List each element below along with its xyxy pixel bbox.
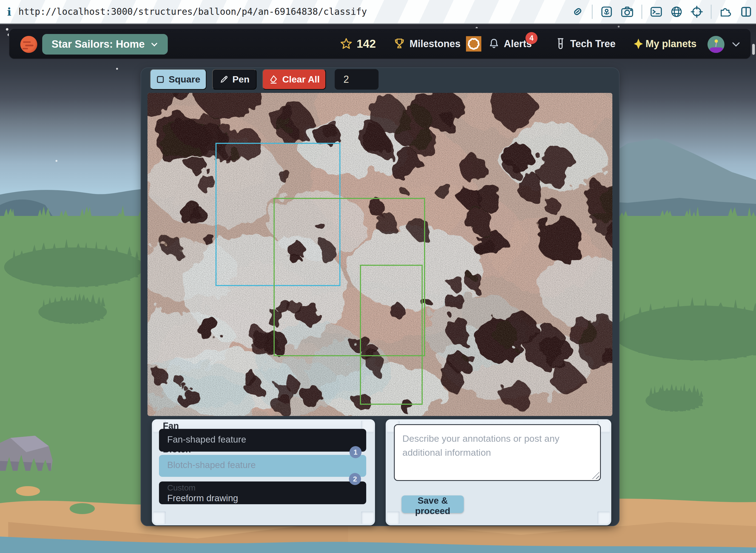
milestones-label: Milestones xyxy=(409,38,460,50)
category-blotch-description: Blotch-shaped feature xyxy=(167,460,256,470)
link-icon[interactable] xyxy=(572,5,584,18)
globe-icon[interactable] xyxy=(670,5,683,18)
pen-tool-label: Pen xyxy=(232,74,249,85)
scallop-seal-icon xyxy=(466,37,481,51)
category-custom-label: Custom xyxy=(167,483,196,492)
sparkle-icon xyxy=(632,38,645,50)
my-planets-button[interactable]: My planets xyxy=(632,29,696,59)
milestones-button[interactable]: Milestones xyxy=(393,29,481,59)
corner-notch xyxy=(387,511,400,524)
square-tool-label: Square xyxy=(169,74,200,85)
corner-notch xyxy=(597,511,610,524)
terminal-icon[interactable] xyxy=(650,5,663,18)
annotation-canvas[interactable] xyxy=(147,93,612,416)
category-fan-card[interactable]: Fan-shaped feature xyxy=(159,429,366,452)
corner-notch xyxy=(361,511,374,524)
browser-chrome: i http://localhost:3000/structures/ballo… xyxy=(0,0,756,24)
star-icon xyxy=(339,37,353,51)
trophy-icon xyxy=(393,37,406,50)
category-custom-card[interactable]: Custom Freeform drawing xyxy=(159,481,366,504)
corner-notch xyxy=(153,511,166,524)
square-tool-button[interactable]: Square xyxy=(150,69,206,90)
blotch-count-badge: 2 xyxy=(349,473,361,485)
divider xyxy=(592,5,593,19)
scrollbar-thumb[interactable] xyxy=(752,44,755,55)
app-title: Star Sailors: Home xyxy=(52,38,145,50)
chevron-down-icon xyxy=(150,40,158,49)
annotation-notes-input[interactable] xyxy=(394,424,601,481)
pen-icon xyxy=(219,75,229,84)
square-icon xyxy=(156,75,165,84)
annotation-count-field[interactable]: 2 xyxy=(335,69,379,90)
tech-tree-label: Tech Tree xyxy=(570,38,615,50)
annotation-layer xyxy=(147,93,612,416)
divider xyxy=(711,5,711,19)
grass-patch-on-sand xyxy=(70,503,95,514)
app-logo-planet-icon[interactable] xyxy=(20,36,37,53)
profile-chevron-icon[interactable] xyxy=(731,40,741,49)
divider xyxy=(641,5,642,19)
stardust-counter[interactable]: 142 xyxy=(339,29,376,59)
category-blotch-card-selected[interactable]: Blotch-shaped feature xyxy=(159,455,366,477)
test-tube-icon xyxy=(555,37,566,50)
tech-tree-button[interactable]: Tech Tree xyxy=(555,29,615,59)
clear-all-label: Clear All xyxy=(282,74,320,85)
avatar[interactable] xyxy=(707,36,725,53)
crosshair-icon[interactable] xyxy=(690,5,703,18)
category-custom-description: Freeform drawing xyxy=(167,493,238,503)
annotation-rect-3[interactable] xyxy=(360,265,423,405)
eraser-icon xyxy=(269,75,279,84)
camera-icon[interactable] xyxy=(621,5,634,18)
clear-all-button[interactable]: Clear All xyxy=(262,69,326,90)
gallery-icon[interactable] xyxy=(600,5,613,18)
alerts-button[interactable]: Alerts 4 xyxy=(488,29,532,59)
alerts-count-badge: 4 xyxy=(525,32,537,44)
url-bar[interactable]: http://localhost:3000/structures/balloon… xyxy=(18,6,367,17)
star-count: 142 xyxy=(357,37,376,51)
milestone-seal-badge xyxy=(466,36,481,52)
sand-patch xyxy=(16,486,40,496)
bell-icon xyxy=(488,38,500,50)
category-fan-description: Fan-shaped feature xyxy=(167,434,246,445)
top-navbar: Star Sailors: Home 142 Milestones Alerts… xyxy=(9,28,751,59)
app-title-dropdown[interactable]: Star Sailors: Home xyxy=(42,34,168,55)
fan-count-badge: 1 xyxy=(350,446,362,458)
split-view-icon[interactable] xyxy=(740,5,752,18)
puzzle-icon[interactable] xyxy=(719,5,733,18)
pen-tool-button[interactable]: Pen xyxy=(212,69,256,90)
my-planets-label: My planets xyxy=(646,38,696,50)
save-and-proceed-button[interactable]: Save & proceed xyxy=(401,495,464,513)
info-icon[interactable]: i xyxy=(7,5,11,18)
